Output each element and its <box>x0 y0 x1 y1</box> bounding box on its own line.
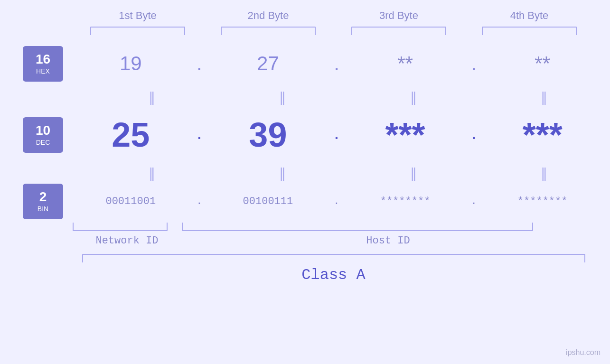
eq2-b2: ‖ <box>235 165 330 181</box>
eq2-b3: ‖ <box>366 165 461 181</box>
byte-1-header: 1st Byte <box>85 9 190 22</box>
hex-badge-number: 16 <box>36 53 50 66</box>
byte-headers: 1st Byte 2nd Byte 3rd Byte 4th Byte <box>73 9 595 22</box>
hex-row: 16 HEX 19 . 27 . ** . ** <box>0 40 610 87</box>
eq2-b1: ‖ <box>104 165 199 181</box>
hex-byte4: ** <box>495 52 590 75</box>
bin-byte3: ******** <box>358 196 453 207</box>
dec-byte2: 39 <box>220 115 315 154</box>
hex-dot3: . <box>464 52 483 75</box>
hex-dot2: . <box>327 52 346 75</box>
host-id-label: Host ID <box>182 235 595 247</box>
hex-badge: 16 HEX <box>23 46 63 82</box>
eq2-b4: ‖ <box>497 165 591 181</box>
bracket-1 <box>90 27 185 35</box>
byte-2-header: 2nd Byte <box>216 9 320 22</box>
equals-1-cells: ‖ ‖ ‖ ‖ <box>86 89 610 105</box>
equals-2-cells: ‖ ‖ ‖ ‖ <box>86 165 610 181</box>
dec-badge: 10 DEC <box>23 117 63 153</box>
dec-dot2: . <box>327 127 346 142</box>
class-bracket-row <box>73 254 595 262</box>
bin-byte4: ******** <box>495 196 590 207</box>
eq1-b3: ‖ <box>366 89 461 105</box>
top-brackets <box>73 27 595 35</box>
eq1-b1: ‖ <box>104 89 199 105</box>
dec-byte1: 25 <box>83 115 178 154</box>
class-bracket <box>82 254 585 262</box>
dec-row: 10 DEC 25 . 39 . *** . *** <box>0 106 610 163</box>
bottom-bracket-right <box>182 223 533 231</box>
dec-dot3: . <box>464 127 483 142</box>
byte-4-header: 4th Byte <box>477 9 582 22</box>
bracket-3 <box>351 27 446 35</box>
dec-values: 25 . 39 . *** . *** <box>63 115 610 154</box>
dec-byte4: *** <box>495 115 590 154</box>
bracket-4 <box>482 27 577 35</box>
dec-badge-number: 10 <box>36 124 50 137</box>
bin-byte1: 00011001 <box>83 196 178 207</box>
bin-row: 2 BIN 00011001 . 00100111 . ******** . <box>0 182 610 220</box>
hex-values: 19 . 27 . ** . ** <box>63 52 610 75</box>
network-id-label: Network ID <box>73 235 182 247</box>
hex-dot1: . <box>190 52 209 75</box>
hex-byte2: 27 <box>220 52 315 75</box>
byte-3-header: 3rd Byte <box>347 9 451 22</box>
hex-badge-label: HEX <box>36 67 50 75</box>
dec-dot1: . <box>190 127 209 142</box>
bin-badge-number: 2 <box>39 190 47 204</box>
eq1-b4: ‖ <box>497 89 591 105</box>
bin-badge-label: BIN <box>38 205 48 213</box>
bin-badge: 2 BIN <box>23 184 63 219</box>
bin-dot1: . <box>190 196 209 207</box>
bottom-bracket-left <box>73 223 168 231</box>
bin-dot3: . <box>464 196 483 207</box>
dec-byte3: *** <box>358 115 453 154</box>
eq1-b2: ‖ <box>235 89 330 105</box>
bin-values: 00011001 . 00100111 . ******** . *******… <box>63 196 610 207</box>
class-label-row: Class A <box>73 266 595 284</box>
bracket-2 <box>221 27 316 35</box>
bottom-brackets <box>73 223 595 231</box>
watermark: ipshu.com <box>566 348 601 357</box>
hex-byte3: ** <box>358 52 453 75</box>
equals-row-2: ‖ ‖ ‖ ‖ <box>0 163 610 182</box>
hex-byte1: 19 <box>83 52 178 75</box>
equals-row-1: ‖ ‖ ‖ ‖ <box>0 87 610 106</box>
bin-dot2: . <box>327 196 346 207</box>
labels-row: Network ID Host ID <box>73 235 595 247</box>
bin-byte2: 00100111 <box>220 196 315 207</box>
main-container: 1st Byte 2nd Byte 3rd Byte 4th Byte 16 H… <box>0 0 610 364</box>
class-label: Class A <box>301 266 365 284</box>
dec-badge-label: DEC <box>36 139 50 146</box>
